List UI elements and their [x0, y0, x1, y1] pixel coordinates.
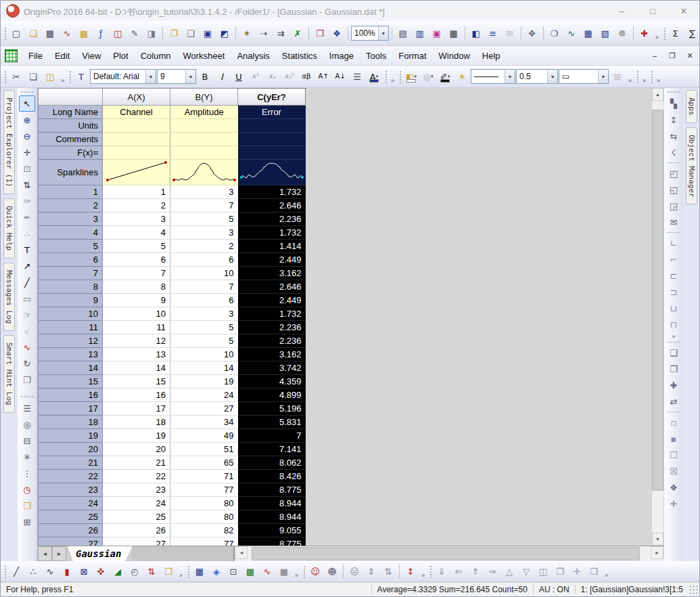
- merge-graph-windows-icon[interactable]: ✉: [666, 214, 682, 230]
- vertical-cursor-icon[interactable]: ◎: [19, 416, 35, 433]
- cell-b-3[interactable]: 5: [170, 213, 238, 226]
- cell-sparklines-c[interactable]: [238, 160, 306, 185]
- row-label[interactable]: Units: [39, 119, 103, 133]
- cell-a-12[interactable]: 12: [103, 334, 170, 348]
- row-number-25[interactable]: 25: [39, 510, 103, 524]
- distribute-horizontal-icon[interactable]: ☐: [666, 447, 682, 463]
- top-x-left-y-icon[interactable]: ⌐: [666, 251, 682, 267]
- column-list-icon[interactable]: ⋮: [19, 465, 35, 481]
- cell-b-4[interactable]: 3: [170, 226, 238, 240]
- glow-icon[interactable]: ☀: [454, 68, 470, 85]
- row-number-6[interactable]: 6: [39, 253, 103, 267]
- stock-chart-icon[interactable]: ⇅: [143, 563, 160, 579]
- toolbar-gripper[interactable]: [302, 565, 305, 578]
- new-project-icon[interactable]: ▢: [8, 25, 24, 41]
- border-combo[interactable]: ▭▾: [559, 69, 609, 84]
- row-label[interactable]: F(x)=: [39, 146, 103, 160]
- subscript-icon[interactable]: x₂: [264, 68, 281, 85]
- layer-right-icon[interactable]: ⇒: [484, 563, 500, 579]
- toolbar-gripper[interactable]: [429, 565, 431, 578]
- row-number-2[interactable]: 2: [39, 199, 103, 213]
- recalculate-icon[interactable]: ❖: [329, 25, 345, 41]
- row-number-9[interactable]: 9: [39, 294, 103, 307]
- cell-a-5[interactable]: 5: [103, 240, 170, 253]
- unmask-range-tool-icon[interactable]: ✒: [19, 209, 35, 225]
- align-left-icon[interactable]: ▫: [666, 414, 682, 430]
- line-tool-icon[interactable]: ╱: [19, 274, 35, 290]
- row-number-7[interactable]: 7: [39, 267, 103, 280]
- child-restore-button[interactable]: ❐: [664, 49, 680, 62]
- row-number-1[interactable]: 1: [39, 185, 103, 199]
- menu-view[interactable]: View: [76, 48, 107, 64]
- sheet-tab-prev-button[interactable]: ◄: [38, 546, 52, 561]
- row-label[interactable]: Comments: [39, 133, 103, 146]
- bottom-x-left-y-icon[interactable]: ∟: [666, 235, 682, 251]
- fit-page-to-layers-icon[interactable]: ✛: [666, 495, 682, 512]
- cell-c-10[interactable]: 1.732: [238, 307, 306, 321]
- dropdown-arrow-icon[interactable]: ▾: [414, 74, 417, 79]
- open-template-icon[interactable]: ❑: [183, 25, 199, 41]
- cell-a-16[interactable]: 16: [103, 389, 170, 402]
- font-color-icon[interactable]: A▾: [366, 68, 382, 85]
- underline-icon[interactable]: U: [231, 68, 247, 85]
- cell-c-4[interactable]: 1.732: [238, 226, 306, 240]
- cell-c-21[interactable]: 8.062: [238, 456, 306, 470]
- child-minimize-button[interactable]: –: [647, 49, 663, 62]
- menu-analysis[interactable]: Analysis: [231, 48, 275, 64]
- dock-tab-messages-log[interactable]: Messages Log: [3, 263, 15, 331]
- cell-comments-c[interactable]: [238, 133, 306, 146]
- cell-a-15[interactable]: 15: [103, 375, 170, 389]
- tile-layers-icon[interactable]: ◫: [535, 563, 551, 579]
- line-symbol-plot-icon[interactable]: ∿: [42, 563, 58, 579]
- cell-c-8[interactable]: 2.646: [238, 280, 306, 294]
- cell-c-15[interactable]: 4.359: [238, 375, 306, 389]
- zoom-pan-icon[interactable]: ❍: [546, 25, 563, 41]
- row-number-11[interactable]: 11: [39, 321, 103, 334]
- rescale-axes-icon[interactable]: ↕: [666, 112, 682, 128]
- set-range-icon[interactable]: ⇕: [363, 563, 379, 579]
- maximize-button[interactable]: □: [637, 1, 668, 20]
- cell-b-1[interactable]: 3: [170, 185, 238, 199]
- cell-c-23[interactable]: 8.775: [238, 483, 306, 497]
- new-left-axis-layer-icon[interactable]: ◰: [666, 165, 682, 181]
- toolbar-overflow-button[interactable]: »: [389, 69, 396, 84]
- menu-column[interactable]: Column: [135, 48, 177, 64]
- cell-a-13[interactable]: 13: [103, 348, 170, 361]
- cell-c-26[interactable]: 9.055: [238, 524, 306, 537]
- cell-b-21[interactable]: 65: [170, 456, 238, 470]
- cell-units-a[interactable]: [103, 119, 170, 133]
- row-statistics-icon[interactable]: ☰: [19, 400, 35, 416]
- column-header-cyer[interactable]: C(yEr?: [238, 89, 306, 106]
- cell-sparklines-a[interactable]: [103, 160, 170, 185]
- add-layer-icon[interactable]: ✚: [666, 377, 682, 393]
- import-excel-icon[interactable]: ✗: [289, 25, 306, 41]
- row-label[interactable]: Long Name: [39, 106, 103, 119]
- stamp-tool-icon[interactable]: ❒: [19, 498, 35, 514]
- toolbar-gripper[interactable]: [667, 91, 680, 93]
- scatter-plot-icon[interactable]: ∴: [25, 563, 41, 579]
- cell-b-26[interactable]: 82: [170, 524, 238, 537]
- cell-c-13[interactable]: 3.162: [238, 348, 306, 361]
- row-number-27[interactable]: 27: [39, 537, 103, 546]
- cell-c-14[interactable]: 3.742: [238, 361, 306, 375]
- column-plot-icon[interactable]: ▮: [59, 563, 75, 579]
- scroll-up-button[interactable]: ▲: [652, 88, 663, 101]
- toolbar-overflow-button[interactable]: »: [59, 69, 66, 84]
- line-style-combo[interactable]: ———▾: [471, 69, 515, 84]
- row-number-12[interactable]: 12: [39, 334, 103, 348]
- zoom-combo[interactable]: 100%▾: [351, 26, 389, 41]
- cell-a-25[interactable]: 25: [103, 510, 170, 524]
- menu-help[interactable]: Help: [476, 48, 507, 64]
- dock-tab-quick-help[interactable]: Quick Help: [3, 198, 15, 258]
- line-color-icon[interactable]: ✐▾: [437, 68, 453, 85]
- toolbar-gripper[interactable]: [187, 565, 189, 578]
- insert-graph-icon[interactable]: ∿: [19, 339, 35, 355]
- dropdown-arrow-icon[interactable]: ▾: [145, 70, 156, 83]
- cell-comments-b[interactable]: [170, 133, 238, 146]
- cell-b-2[interactable]: 7: [170, 199, 238, 213]
- 3d-heatmap-icon[interactable]: ▩: [242, 563, 258, 579]
- line-plot-icon[interactable]: ╱: [8, 563, 24, 579]
- cell-c-2[interactable]: 2.646: [238, 199, 306, 213]
- toolbar-gripper[interactable]: [3, 70, 6, 83]
- dropdown-arrow-icon[interactable]: ▾: [185, 70, 195, 83]
